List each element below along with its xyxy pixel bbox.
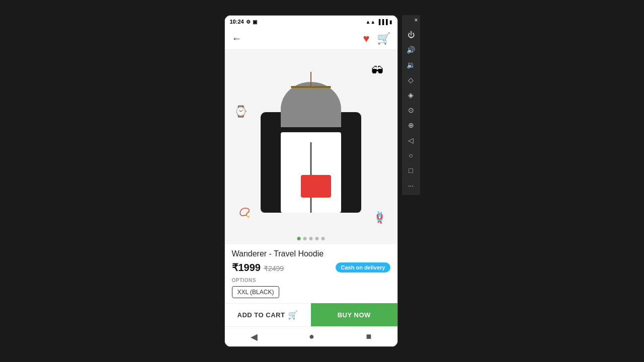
phone-shell: 10:24 ⚙ ▣ ▲▲ ▐▐▐ ▮ ← ♥ 🛒 🕶 ⌚	[224, 15, 398, 347]
action-buttons: ADD TO CART 🛒 BUY NOW	[225, 303, 397, 326]
status-time: 10:24 ⚙ ▣	[230, 19, 257, 25]
belt-prop: 🪢	[373, 211, 386, 224]
more-toolbar[interactable]: ···	[402, 178, 420, 193]
square-icon: □	[409, 166, 413, 174]
nav-recents-icon[interactable]: ■	[366, 331, 371, 342]
status-icons: ▲▲ ▐▐▐ ▮	[365, 19, 392, 25]
nav-home-icon[interactable]: ●	[309, 331, 314, 342]
product-info: Wanderer - Travel Hoodie ₹1999 ₹2499 Cas…	[225, 244, 397, 303]
eraser-button[interactable]: ◈	[402, 87, 420, 103]
dot-5[interactable]	[321, 237, 325, 240]
camera-icon: ⊙	[408, 106, 414, 114]
nav-back-toolbar[interactable]: ◁	[402, 133, 420, 148]
circle-icon: ○	[409, 151, 413, 159]
eraser-icon: ◈	[408, 91, 414, 99]
product-image: 🕶 ⌚ 📿 🪢	[225, 50, 397, 244]
wallet-prop	[301, 175, 331, 198]
options-label: OPTIONS	[232, 278, 390, 283]
price-row: ₹1999 ₹2499 Cash on delivery	[232, 261, 390, 274]
nav-home-toolbar[interactable]: ○	[402, 148, 420, 163]
more-icon: ···	[408, 182, 414, 190]
add-to-cart-button[interactable]: ADD TO CART 🛒	[225, 303, 311, 326]
bracelet-prop: 📿	[239, 207, 250, 218]
toolbar-close-bar: ×	[402, 15, 420, 25]
toolbar-body: ⏻ 🔊 🔉 ◇ ◈ ⊙ ⊕ ◁ ○ □ ···	[402, 25, 420, 195]
back-icon: ◁	[408, 136, 414, 144]
hanger-bar	[291, 86, 331, 88]
buy-now-button[interactable]: BUY NOW	[311, 303, 397, 326]
volume-down-button[interactable]: 🔉	[402, 57, 420, 72]
wishlist-button[interactable]: ♥	[363, 32, 369, 45]
power-button[interactable]: ⏻	[402, 27, 420, 42]
watch-prop: ⌚	[234, 105, 248, 118]
power-icon: ⏻	[408, 31, 415, 39]
image-carousel-dots	[297, 237, 325, 240]
app-header: ← ♥ 🛒	[225, 28, 397, 50]
toolbar-close-button[interactable]: ×	[414, 17, 418, 24]
dot-1[interactable]	[297, 237, 301, 240]
buy-now-label: BUY NOW	[338, 311, 371, 319]
wifi-icon: ▲▲	[365, 19, 375, 25]
battery-icon: ▮	[389, 19, 392, 25]
cod-badge: Cash on delivery	[336, 262, 390, 273]
side-toolbar: × ⏻ 🔊 🔉 ◇ ◈ ⊙ ⊕ ◁ ○ □ ···	[402, 15, 420, 195]
dot-4[interactable]	[315, 237, 319, 240]
cart-button[interactable]: 🛒	[377, 32, 390, 45]
hanger-wire	[310, 72, 311, 87]
product-title: Wanderer - Travel Hoodie	[232, 249, 390, 258]
sunglasses-prop: 🕶	[371, 64, 383, 78]
add-to-cart-label: ADD TO CART	[237, 311, 285, 319]
size-option-xxl-black[interactable]: XXL (BLACK)	[232, 286, 280, 298]
zoom-button[interactable]: ⊕	[402, 118, 420, 133]
nav-back-icon[interactable]: ◀	[251, 331, 258, 342]
nav-bar: ◀ ● ■	[225, 326, 397, 346]
dot-2[interactable]	[303, 237, 307, 240]
product-image-area: 🕶 ⌚ 📿 🪢	[225, 50, 397, 244]
signal-icon: ▐▐▐	[377, 19, 387, 25]
rotate-button[interactable]: ◇	[402, 72, 420, 87]
cart-small-icon: 🛒	[288, 310, 298, 320]
hoodie-illustration	[251, 82, 371, 213]
hoodie-hood	[281, 82, 341, 127]
current-price: ₹1999	[232, 261, 261, 274]
dot-3[interactable]	[309, 237, 313, 240]
nav-recents-toolbar[interactable]: □	[402, 163, 420, 178]
back-button[interactable]: ←	[232, 33, 242, 44]
volume-up-button[interactable]: 🔊	[402, 42, 420, 57]
zoom-icon: ⊕	[408, 121, 414, 129]
original-price: ₹2499	[264, 264, 284, 273]
status-bar: 10:24 ⚙ ▣ ▲▲ ▐▐▐ ▮	[225, 16, 397, 28]
screenshot-button[interactable]: ⊙	[402, 103, 420, 118]
volume-down-icon: 🔉	[407, 61, 415, 69]
price-group: ₹1999 ₹2499	[232, 261, 284, 274]
volume-up-icon: 🔊	[407, 46, 415, 54]
rotate-icon: ◇	[408, 76, 414, 84]
